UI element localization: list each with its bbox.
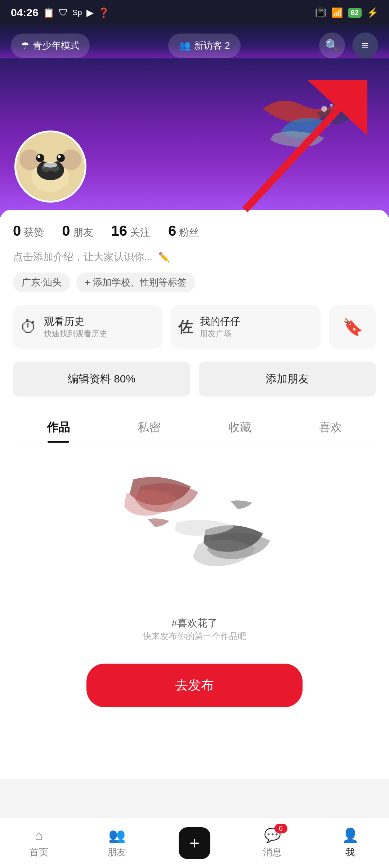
edit-bio-icon[interactable]: ✏️ [158, 252, 170, 263]
youth-mode-button[interactable]: ☂ 青少年模式 [11, 34, 90, 58]
brush-decoration [252, 87, 360, 159]
tab-private[interactable]: 私密 [104, 409, 194, 443]
friends-icon: 佐 [178, 317, 193, 337]
messages-label: 消息 [263, 846, 282, 859]
tags-row: 广东·汕头 + 添加学校、性别等标签 [13, 273, 376, 292]
action-buttons-row: 编辑资料 80% 添加朋友 [13, 362, 376, 397]
message-badge: 6 [274, 824, 287, 833]
tab-collections-label: 收藏 [228, 421, 251, 434]
stat-following[interactable]: 16 关注 [111, 223, 151, 239]
tab-likes-label: 喜欢 [319, 421, 342, 434]
art-svg [104, 465, 285, 609]
svg-point-1 [330, 104, 333, 107]
dog-avatar [16, 132, 85, 201]
friends-title: 我的仔仔 [200, 315, 240, 328]
tab-works[interactable]: 作品 [13, 409, 104, 443]
svg-point-15 [57, 154, 65, 162]
svg-point-0 [321, 106, 327, 112]
search-button[interactable]: 🔍 [319, 32, 345, 58]
hero-section [0, 58, 389, 217]
friends-nav-icon: 👥 [108, 827, 125, 843]
sim-icon: 📋 [43, 7, 54, 18]
plus-icon: + [189, 833, 200, 853]
bookmarks-card[interactable]: 🔖 [329, 305, 376, 349]
friends-square-card[interactable]: 佐 我的仔仔 朋友广场 [171, 305, 321, 349]
create-button[interactable]: + [179, 827, 210, 859]
content-area: #喜欢花了 快来发布你的第一个作品吧 去发布 [0, 443, 389, 779]
nav-profile[interactable]: 👤 我 [311, 827, 389, 859]
following-count: 16 [111, 223, 128, 239]
stat-friends[interactable]: 0 朋友 [62, 223, 93, 239]
history-title: 观看历史 [44, 315, 107, 328]
home-icon: ⌂ [35, 828, 43, 843]
profile-nav-icon: 👤 [342, 827, 359, 843]
edit-profile-button[interactable]: 编辑资料 80% [13, 362, 190, 397]
likes-count: 0 [13, 223, 21, 239]
art-image [104, 465, 285, 609]
status-right: 📳 📶 62 ⚡ [315, 7, 378, 18]
profile-nav-label: 我 [345, 846, 355, 859]
visitor-icon: 👥 [179, 40, 191, 51]
history-text: 观看历史 快速找到观看历史 [44, 315, 107, 339]
publish-button[interactable]: 去发布 [86, 664, 303, 707]
likes-label: 获赞 [24, 226, 44, 239]
friends-count: 0 [62, 223, 70, 239]
caption-sub: 快来发布你的第一个作品吧 [143, 631, 246, 641]
shield-icon: 🛡 [59, 7, 68, 18]
stat-likes[interactable]: 0 获赞 [13, 223, 44, 239]
hamburger-icon: ≡ [362, 39, 369, 52]
history-icon: ⏱ [20, 317, 37, 337]
menu-button[interactable]: ≡ [352, 32, 378, 58]
lightning-icon: ⚡ [367, 7, 378, 18]
svg-point-16 [37, 155, 40, 158]
umbrella-icon: ☂ [21, 40, 29, 51]
nav-messages[interactable]: 💬 6 消息 [233, 827, 311, 859]
quick-actions-row: ⏱ 观看历史 快速找到观看历史 佐 我的仔仔 朋友广场 🔖 [13, 305, 376, 349]
avatar[interactable] [14, 130, 86, 203]
bio-text: 点击添加介绍，让大家认识你... [13, 250, 152, 264]
tab-private-label: 私密 [138, 421, 161, 434]
visitor-label: 新访客 2 [194, 39, 230, 52]
status-left: 04:26 📋 🛡 Sp ▶ ❓ [11, 6, 109, 19]
add-friend-button[interactable]: 添加朋友 [199, 362, 376, 397]
bookmark-icon: 🔖 [343, 317, 363, 337]
profile-section: 0 获赞 0 朋友 16 关注 6 粉丝 点击添加介绍，让大家认识你... ✏️… [0, 210, 389, 443]
location-tag[interactable]: 广东·汕头 [13, 273, 70, 292]
youth-mode-label: 青少年模式 [33, 39, 80, 52]
svg-point-14 [36, 154, 44, 162]
battery-level: 62 [348, 8, 362, 18]
status-time: 04:26 [11, 6, 39, 19]
bottom-nav: ⌂ 首页 👥 朋友 + 💬 6 消息 👤 我 [0, 818, 389, 868]
svg-point-13 [44, 162, 57, 168]
tab-collections[interactable]: 收藏 [194, 409, 285, 443]
home-label: 首页 [30, 846, 48, 859]
tab-likes[interactable]: 喜欢 [285, 409, 376, 443]
tabs-row: 作品 私密 收藏 喜欢 [13, 409, 376, 443]
message-badge-container: 💬 6 [264, 827, 281, 843]
stats-row: 0 获赞 0 朋友 16 关注 6 粉丝 [13, 223, 376, 239]
bio-row[interactable]: 点击添加介绍，让大家认识你... ✏️ [13, 250, 376, 264]
followers-label: 粉丝 [179, 226, 199, 239]
nav-create[interactable]: + [156, 827, 233, 859]
add-tag-button[interactable]: + 添加学校、性别等标签 [76, 273, 195, 292]
vibrate-icon: 📳 [315, 7, 326, 18]
friends-nav-label: 朋友 [107, 846, 126, 859]
wifi-icon: 📶 [331, 7, 343, 18]
app-icon-1: Sp [72, 8, 82, 17]
watch-history-card[interactable]: ⏱ 观看历史 快速找到观看历史 [13, 305, 162, 349]
add-tag-label: + 添加学校、性别等标签 [85, 276, 186, 289]
help-icon: ❓ [98, 7, 109, 18]
followers-count: 6 [168, 223, 176, 239]
status-bar: 04:26 📋 🛡 Sp ▶ ❓ 📳 📶 62 ⚡ [0, 0, 389, 25]
play-icon: ▶ [86, 7, 94, 18]
friends-text: 我的仔仔 朋友广场 [200, 315, 240, 339]
following-label: 关注 [130, 226, 150, 239]
visitor-button[interactable]: 👥 新访客 2 [168, 34, 241, 58]
nav-friends[interactable]: 👥 朋友 [78, 827, 156, 859]
nav-home[interactable]: ⌂ 首页 [0, 828, 78, 859]
post-caption: #喜欢花了 快来发布你的第一个作品吧 [143, 616, 246, 642]
history-sub: 快速找到观看历史 [44, 328, 107, 339]
svg-point-17 [58, 155, 61, 158]
art-post-preview[interactable]: #喜欢花了 快来发布你的第一个作品吧 [13, 465, 376, 642]
stat-followers[interactable]: 6 粉丝 [168, 223, 199, 239]
